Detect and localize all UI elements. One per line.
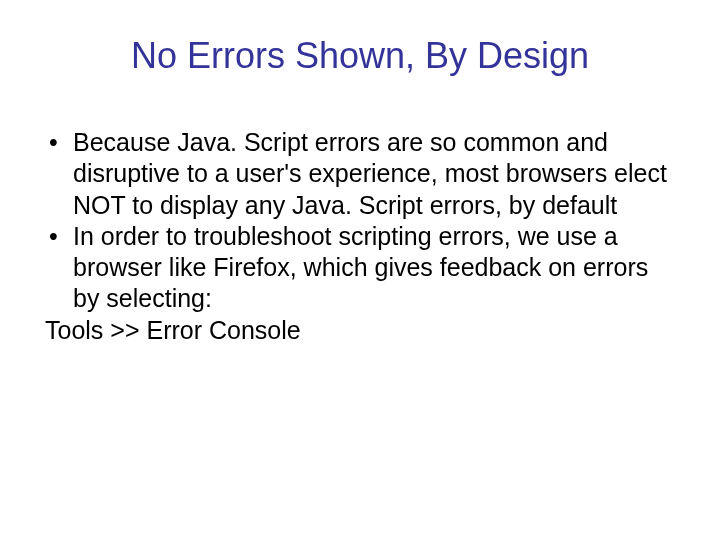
bullet-list: Because Java. Script errors are so commo… (45, 127, 675, 315)
final-line: Tools >> Error Console (45, 315, 675, 346)
bullet-item: Because Java. Script errors are so commo… (45, 127, 675, 221)
slide-title: No Errors Shown, By Design (45, 35, 675, 77)
bullet-item: In order to troubleshoot scripting error… (45, 221, 675, 315)
